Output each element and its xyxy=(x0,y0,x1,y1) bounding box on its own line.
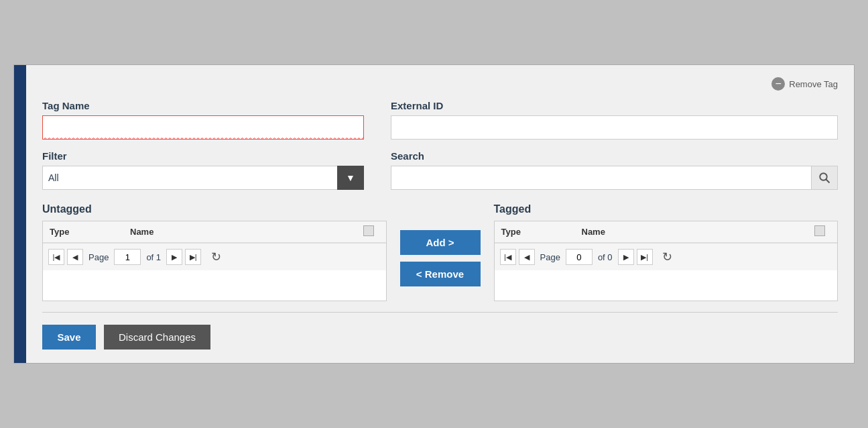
discard-changes-button[interactable]: Discard Changes xyxy=(104,325,210,350)
untagged-table-header: Type Name xyxy=(43,221,386,243)
untagged-last-page-btn[interactable]: ▶| xyxy=(185,249,201,265)
tagged-refresh-btn[interactable]: ↻ xyxy=(658,248,677,266)
tagged-last-icon: ▶| xyxy=(641,253,648,262)
remove-tag-icon: − xyxy=(771,77,785,91)
remove-tag-label: Remove Tag xyxy=(789,79,838,89)
untagged-panel: Untagged Type Name |◀ ◀ xyxy=(42,203,387,301)
tagged-table-header: Type Name xyxy=(495,221,838,243)
untagged-total-pages: of 1 xyxy=(146,252,161,262)
untagged-page-label: Page xyxy=(88,252,109,262)
tag-name-label: Tag Name xyxy=(42,100,364,111)
untagged-pagination: |◀ ◀ Page of 1 ▶ ▶| xyxy=(43,243,386,270)
tagged-col-type: Type xyxy=(501,227,582,237)
untagged-col-checkbox xyxy=(363,225,379,238)
tagged-col-name: Name xyxy=(582,227,815,237)
tagged-prev-page-btn[interactable]: ◀ xyxy=(519,249,535,265)
filter-select-wrapper[interactable]: All ▼ xyxy=(42,166,364,190)
tag-name-input[interactable] xyxy=(42,115,364,140)
untagged-refresh-icon: ↻ xyxy=(211,250,221,264)
untagged-first-page-btn[interactable]: |◀ xyxy=(48,249,64,265)
bottom-buttons: Save Discard Changes xyxy=(42,325,838,350)
external-id-label: External ID xyxy=(391,100,838,111)
search-button[interactable] xyxy=(811,166,838,190)
tagged-col-checkbox xyxy=(814,225,830,238)
dropdown-icon: ▼ xyxy=(346,172,355,183)
tagged-table: Type Name |◀ ◀ Page xyxy=(494,221,839,301)
tagged-next-page-btn[interactable]: ▶ xyxy=(618,249,634,265)
tagged-refresh-icon: ↻ xyxy=(662,250,672,264)
filter-selected-value: All xyxy=(48,172,59,183)
svg-line-1 xyxy=(826,179,829,182)
prev-page-icon: ◀ xyxy=(72,253,78,262)
untagged-next-page-btn[interactable]: ▶ xyxy=(166,249,182,265)
remove-button[interactable]: < Remove xyxy=(400,262,481,286)
filter-select-display[interactable]: All xyxy=(42,166,364,190)
untagged-page-input[interactable] xyxy=(114,249,141,265)
untagged-table: Type Name |◀ ◀ Page xyxy=(42,221,387,301)
save-button[interactable]: Save xyxy=(42,325,96,350)
left-sidebar-bar xyxy=(14,65,26,363)
remove-tag-button[interactable]: − Remove Tag xyxy=(771,77,838,91)
tagged-next-icon: ▶ xyxy=(623,253,629,262)
search-icon xyxy=(818,172,830,184)
tagged-total-pages: of 0 xyxy=(598,252,613,262)
untagged-prev-page-btn[interactable]: ◀ xyxy=(67,249,83,265)
tagged-pagination: |◀ ◀ Page of 0 ▶ ▶| xyxy=(495,243,838,270)
untagged-title: Untagged xyxy=(42,203,387,215)
next-page-icon: ▶ xyxy=(172,253,177,262)
filter-label: Filter xyxy=(42,150,364,162)
tagged-first-page-btn[interactable]: |◀ xyxy=(500,249,516,265)
tagged-page-input[interactable] xyxy=(566,249,593,265)
search-input[interactable] xyxy=(391,166,811,190)
untagged-refresh-btn[interactable]: ↻ xyxy=(206,248,225,266)
last-page-icon: ▶| xyxy=(190,253,197,262)
tagged-title: Tagged xyxy=(494,203,839,215)
tagged-page-label: Page xyxy=(540,252,560,262)
untagged-select-all-checkbox[interactable] xyxy=(363,225,374,236)
action-buttons: Add > < Remove xyxy=(387,203,494,286)
search-wrapper xyxy=(391,166,838,190)
tagged-first-icon: |◀ xyxy=(504,253,511,262)
tagged-select-all-checkbox[interactable] xyxy=(814,225,825,236)
search-label: Search xyxy=(391,150,838,162)
tagged-panel: Tagged Type Name |◀ ◀ xyxy=(494,203,839,301)
add-button[interactable]: Add > xyxy=(400,230,481,255)
section-divider xyxy=(42,312,838,313)
external-id-input[interactable] xyxy=(391,115,838,140)
untagged-col-name: Name xyxy=(130,227,363,237)
filter-dropdown-arrow[interactable]: ▼ xyxy=(337,166,364,190)
untagged-col-type: Type xyxy=(50,227,130,237)
tagged-prev-icon: ◀ xyxy=(524,253,530,262)
tagged-last-page-btn[interactable]: ▶| xyxy=(637,249,653,265)
svg-point-0 xyxy=(820,173,827,180)
first-page-icon: |◀ xyxy=(53,253,60,262)
